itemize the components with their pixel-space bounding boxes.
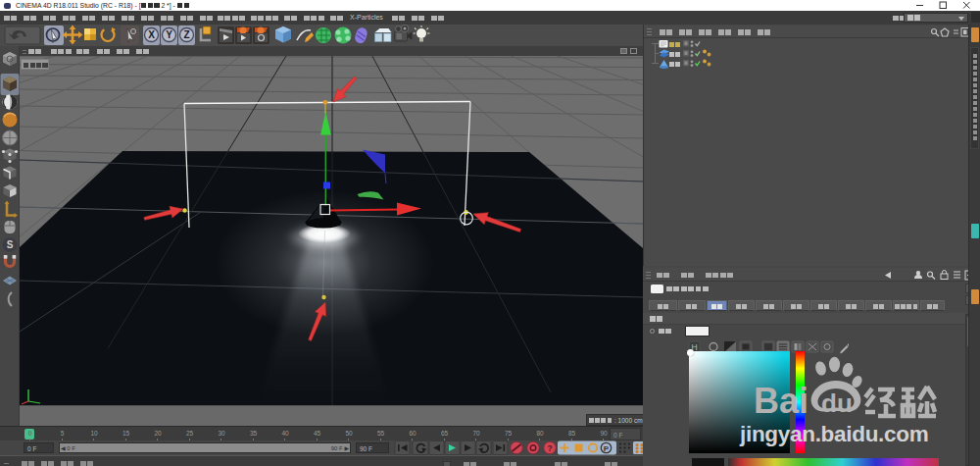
svg-text:X: X — [148, 29, 155, 40]
svg-text:P: P — [604, 444, 610, 453]
svg-text:?: ? — [547, 443, 552, 453]
svg-text:Z: Z — [183, 29, 189, 40]
svg-text:Y: Y — [166, 29, 172, 40]
svg-text:jingyan.baidu.com: jingyan.baidu.com — [739, 422, 928, 446]
svg-text:du: du — [821, 388, 853, 418]
svg-text:Bai: Bai — [754, 381, 808, 421]
svg-text:S: S — [7, 239, 14, 250]
